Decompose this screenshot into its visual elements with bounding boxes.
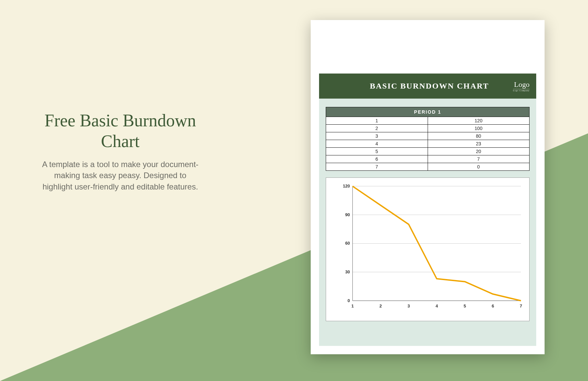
svg-text:4: 4 <box>436 303 438 308</box>
table-cell-value: 0 <box>428 163 530 171</box>
table-row: 67 <box>326 155 530 163</box>
table-cell-period: 6 <box>326 155 428 163</box>
table-cell-period: 2 <box>326 125 428 132</box>
table-cell-period: 1 <box>326 117 428 125</box>
table-row: 423 <box>326 140 530 148</box>
promo-description: A template is a tool to make your docume… <box>40 159 200 193</box>
table-cell-period: 7 <box>326 163 428 171</box>
table-cell-value: 23 <box>428 140 530 148</box>
logo: Logo Logo Company <box>513 81 530 92</box>
svg-text:60: 60 <box>345 241 350 246</box>
table-cell-period: 4 <box>326 140 428 148</box>
table-cell-value: 100 <box>428 125 530 132</box>
table-cell-value: 20 <box>428 148 530 155</box>
document-header: BASIC BURNDOWN CHART Logo Logo Company <box>319 74 536 99</box>
svg-text:2: 2 <box>380 303 382 308</box>
table-row: 380 <box>326 132 530 140</box>
promo-block: Free Basic Burndown Chart A template is … <box>40 110 200 193</box>
document-page: BASIC BURNDOWN CHART Logo Logo Company P… <box>311 20 545 354</box>
table-cell-period: 5 <box>326 148 428 155</box>
table-row: 2100 <box>326 125 530 132</box>
logo-subtext: Logo Company <box>513 89 530 92</box>
table-cell-value: 80 <box>428 132 530 140</box>
chart-svg: 03060901201234567 <box>341 183 524 311</box>
svg-text:6: 6 <box>492 303 494 308</box>
svg-text:0: 0 <box>347 298 350 303</box>
svg-text:7: 7 <box>520 303 522 308</box>
logo-text: Logo <box>513 81 530 88</box>
table-header: PERIOD 1 <box>326 107 530 117</box>
svg-text:5: 5 <box>464 303 466 308</box>
table-cell-value: 120 <box>428 117 530 125</box>
svg-text:30: 30 <box>345 269 350 274</box>
table-cell-period: 3 <box>326 132 428 140</box>
document-header-title: BASIC BURNDOWN CHART <box>346 82 513 91</box>
table-row: 1120 <box>326 117 530 125</box>
table-row: 520 <box>326 148 530 155</box>
svg-text:90: 90 <box>345 212 350 217</box>
svg-text:120: 120 <box>343 183 350 188</box>
table-row: 70 <box>326 163 530 171</box>
svg-text:1: 1 <box>351 303 354 308</box>
burndown-chart: 03060901201234567 <box>326 177 530 321</box>
svg-text:3: 3 <box>408 303 410 308</box>
document-inner: BASIC BURNDOWN CHART Logo Logo Company P… <box>319 74 536 346</box>
promo-title: Free Basic Burndown Chart <box>40 110 200 152</box>
table-cell-value: 7 <box>428 155 530 163</box>
data-table: PERIOD 1 112021003804235206770 <box>326 107 530 171</box>
data-table-wrap: PERIOD 1 112021003804235206770 <box>326 107 530 171</box>
